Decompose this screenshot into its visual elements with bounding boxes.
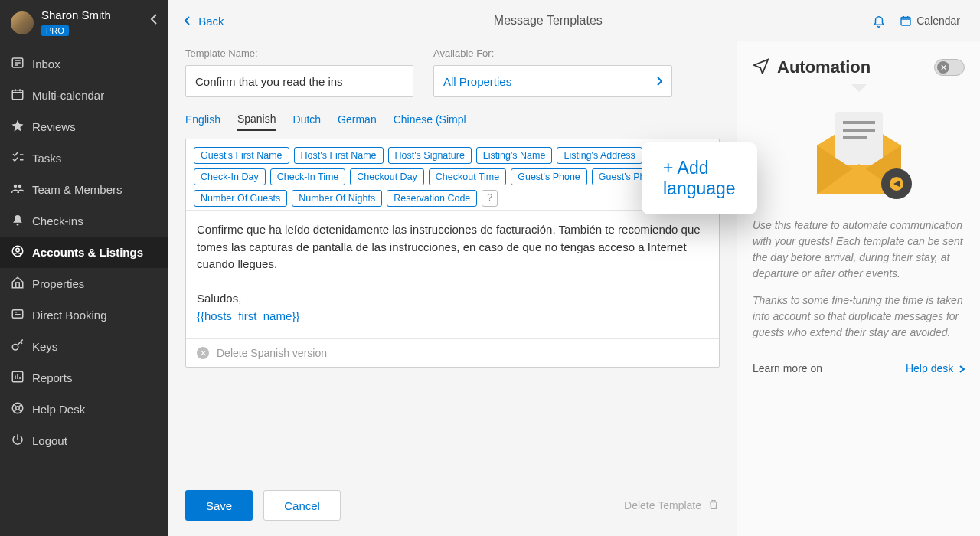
automation-description-2: Thanks to some fine-tuning the time is t…	[753, 293, 965, 341]
svg-point-7	[12, 345, 18, 351]
sidebar-item-label: Direct Booking	[32, 309, 107, 322]
sidebar-item-label: Reviews	[32, 120, 76, 133]
token-listing-s-name[interactable]: Listing's Name	[476, 147, 553, 164]
template-name-label: Template Name:	[185, 47, 413, 59]
svg-rect-1	[12, 90, 23, 100]
token-check-in-day[interactable]: Check-In Day	[194, 168, 266, 185]
editor: Template Name: Available For: All Proper…	[168, 41, 737, 536]
tasks-icon	[11, 150, 32, 166]
key-icon	[11, 338, 32, 355]
language-tab-dutch[interactable]: Dutch	[293, 109, 322, 130]
token-check-in-time[interactable]: Check-In Time	[270, 168, 346, 185]
help-desk-link[interactable]: Help desk	[906, 362, 965, 374]
close-circle-icon: ✕	[197, 347, 209, 359]
editor-box: Guest's First NameHost's First NameHost'…	[185, 139, 720, 368]
main: Back Message Templates Calendar Template…	[168, 0, 980, 536]
delete-language-button[interactable]: ✕ Delete Spanish version	[186, 338, 719, 367]
token-host-s-signature[interactable]: Host's Signature	[388, 147, 472, 164]
add-language-popover[interactable]: + Add language	[642, 142, 757, 214]
cancel-button[interactable]: Cancel	[263, 490, 341, 521]
token-checkout-time[interactable]: Checkout Time	[429, 168, 506, 185]
available-for-label: Available For:	[433, 47, 672, 59]
sidebar-item-label: Reports	[32, 371, 73, 384]
token-guest-s-first-name[interactable]: Guest's First Name	[194, 147, 289, 164]
sidebar: Sharon Smith PRO InboxMulti-calendarRevi…	[0, 0, 168, 536]
sidebar-item-label: Accounts & Listings	[32, 246, 143, 259]
chevron-left-icon	[184, 15, 194, 28]
sidebar-item-team-members[interactable]: Team & Members	[0, 174, 168, 205]
sidebar-item-reviews[interactable]: Reviews	[0, 111, 168, 142]
save-button[interactable]: Save	[185, 490, 253, 521]
sidebar-item-label: Team & Members	[32, 183, 122, 196]
svg-rect-11	[901, 17, 910, 25]
token-reservation-code[interactable]: Reservation Code	[387, 190, 477, 207]
reports-icon	[11, 370, 32, 386]
sidebar-item-keys[interactable]: Keys	[0, 331, 168, 362]
booking-icon	[11, 307, 32, 323]
language-tab-english[interactable]: English	[185, 109, 220, 130]
profile[interactable]: Sharon Smith PRO	[0, 0, 168, 45]
svg-point-10	[16, 407, 20, 410]
avatar	[11, 11, 34, 34]
nav-main: InboxMulti-calendarReviewsTasksTeam & Me…	[0, 48, 168, 394]
token-listing-s-address[interactable]: Listing's Address	[557, 147, 642, 164]
sidebar-item-label: Help Desk	[32, 403, 85, 416]
toggle-off-icon: ✕	[937, 61, 949, 74]
message-body[interactable]: Confirme que ha leído detenidamente las …	[186, 210, 719, 338]
delete-template-button[interactable]: Delete Template	[624, 498, 720, 513]
available-for-select[interactable]: All Properties	[433, 65, 672, 97]
language-tab-chinese-simpl[interactable]: Chinese (Simpl	[394, 109, 466, 130]
sidebar-item-inbox[interactable]: Inbox	[0, 48, 168, 80]
sidebar-item-label: Inbox	[32, 57, 60, 70]
airplane-icon	[753, 57, 769, 78]
topbar: Back Message Templates Calendar	[168, 0, 980, 41]
token-number-of-guests[interactable]: Number Of Guests	[194, 190, 287, 207]
accounts-icon	[11, 244, 32, 260]
sidebar-item-properties[interactable]: Properties	[0, 268, 168, 299]
sidebar-item-tasks[interactable]: Tasks	[0, 142, 168, 174]
pro-badge: PRO	[41, 25, 69, 36]
envelope-illustration	[753, 104, 965, 204]
language-tab-spanish[interactable]: Spanish	[237, 108, 276, 131]
sidebar-item-reports[interactable]: Reports	[0, 362, 168, 394]
automation-description-1: Use this feature to automate communicati…	[753, 217, 965, 282]
token-checkout-day[interactable]: Checkout Day	[350, 168, 424, 185]
notifications-icon[interactable]	[872, 14, 886, 28]
template-name-input[interactable]	[185, 65, 413, 97]
token-bar: Guest's First NameHost's First NameHost'…	[186, 139, 719, 210]
token-host-s-first-name[interactable]: Host's First Name	[294, 147, 384, 164]
svg-point-3	[18, 185, 22, 188]
sidebar-item-label: Logout	[32, 434, 67, 447]
learn-more-label: Learn more on	[753, 362, 822, 374]
sidebar-item-label: Check-ins	[32, 214, 83, 227]
sidebar-item-check-ins[interactable]: Check-ins	[0, 205, 168, 237]
inbox-icon	[11, 56, 32, 72]
sidebar-item-help-desk[interactable]: Help Desk	[0, 394, 168, 425]
user-name: Sharon Smith	[41, 9, 111, 21]
collapse-sidebar-icon[interactable]	[150, 14, 158, 27]
automation-toggle[interactable]: ✕	[934, 59, 965, 76]
sidebar-item-label: Multi-calendar	[32, 89, 104, 102]
token-guest-s-phone[interactable]: Guest's Phone	[511, 168, 587, 185]
calendar-button[interactable]: Calendar	[900, 15, 960, 27]
back-button[interactable]: Back	[184, 15, 224, 28]
token-number-of-nights[interactable]: Number Of Nights	[292, 190, 382, 207]
trash-icon	[707, 498, 720, 513]
page-title: Message Templates	[224, 14, 873, 28]
nav-bottom: Help DeskLogout	[0, 394, 168, 536]
sidebar-item-logout[interactable]: Logout	[0, 425, 168, 456]
token-help-icon[interactable]: ?	[482, 190, 498, 207]
power-icon	[11, 433, 32, 449]
sidebar-item-direct-booking[interactable]: Direct Booking	[0, 299, 168, 331]
chevron-right-icon	[656, 75, 662, 88]
language-tabs: EnglishSpanishDutchGermanChinese (Simpl	[185, 108, 720, 131]
team-icon	[11, 181, 32, 198]
svg-point-2	[14, 185, 18, 188]
calendar-icon	[11, 87, 32, 103]
sidebar-item-accounts-listings[interactable]: Accounts & Listings	[0, 237, 168, 268]
help-icon	[11, 401, 32, 417]
sidebar-item-multi-calendar[interactable]: Multi-calendar	[0, 80, 168, 111]
bell-icon	[11, 213, 32, 229]
language-tab-german[interactable]: German	[338, 109, 377, 130]
automation-panel: Automation ✕	[737, 41, 980, 536]
